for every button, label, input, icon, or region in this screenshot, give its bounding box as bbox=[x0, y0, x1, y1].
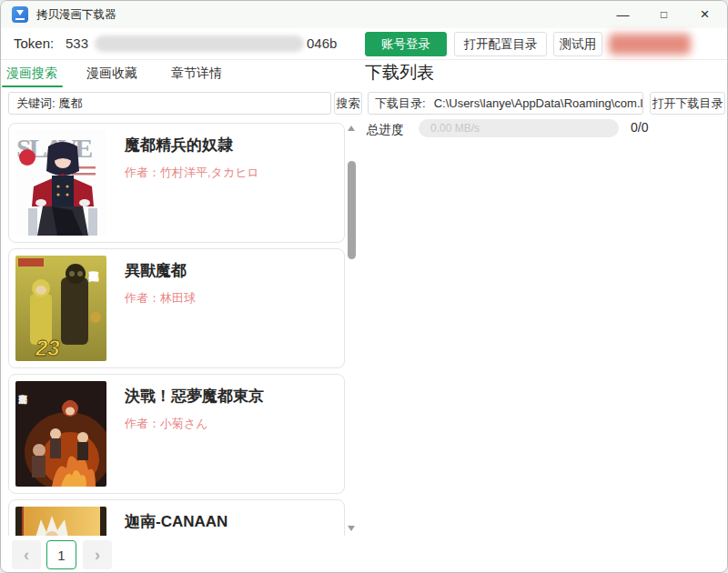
chevron-right-icon: › bbox=[95, 546, 100, 565]
active-tab-underline bbox=[2, 85, 63, 88]
app-icon bbox=[12, 6, 28, 23]
token-value-prefix: 533 bbox=[66, 35, 88, 51]
manga-cover-art: 異獸魔都 23 bbox=[15, 256, 106, 361]
pagination-next-button[interactable]: › bbox=[83, 540, 112, 569]
manga-card[interactable]: 異獸魔都 23 異獸魔都 作者：林田球 bbox=[8, 248, 345, 368]
open-download-dir-button[interactable]: 打开下载目录 bbox=[650, 92, 725, 115]
token-redacted-blur bbox=[95, 35, 304, 52]
maximize-button[interactable]: □ bbox=[643, 1, 684, 28]
pagination-current-page: 1 bbox=[57, 548, 65, 563]
pagination-page-1-button[interactable]: 1 bbox=[46, 540, 76, 569]
manga-card[interactable]: SLAVE bbox=[8, 123, 345, 243]
maximize-icon: □ bbox=[661, 8, 667, 21]
manga-cover-art bbox=[15, 507, 106, 536]
manga-title: 魔都精兵的奴隷 bbox=[125, 135, 259, 156]
download-dir-field[interactable]: 下载目录: C:\Users\lanye\AppData\Roaming\com… bbox=[368, 92, 643, 115]
manga-author: 作者：小菊さん bbox=[125, 416, 264, 432]
download-dir-value: C:\Users\lanye\AppData\Roaming\com.l bbox=[434, 96, 643, 110]
keyword-input[interactable] bbox=[8, 92, 331, 115]
manga-cover-art: SLAVE bbox=[15, 130, 106, 236]
scroll-up-icon[interactable] bbox=[348, 126, 355, 131]
manga-card[interactable]: 惡夢魔都東京 決戰！惡夢魔都東京 作者：小菊さん bbox=[8, 374, 345, 494]
download-dir-label: 下载目录: bbox=[375, 96, 426, 112]
download-count-text: 0/0 bbox=[631, 120, 648, 135]
scroll-down-icon[interactable] bbox=[348, 526, 355, 531]
manga-author: 作者：竹村洋平,タカヒロ bbox=[125, 165, 259, 181]
tab-chapter-detail-label: 章节详情 bbox=[171, 65, 222, 82]
pagination-prev-button[interactable]: ‹ bbox=[12, 540, 41, 569]
manga-title: 決戰！惡夢魔都東京 bbox=[125, 386, 264, 407]
total-progress-label: 总进度 bbox=[367, 122, 404, 138]
scrollbar-thumb[interactable] bbox=[348, 161, 356, 259]
svg-text:23: 23 bbox=[35, 336, 60, 360]
download-speed-text: 0.00 MB/s bbox=[430, 122, 480, 135]
close-button[interactable]: × bbox=[684, 1, 725, 28]
open-config-dir-button[interactable]: 打开配置目录 bbox=[454, 32, 547, 56]
manga-title: 異獸魔都 bbox=[125, 260, 196, 281]
total-progress-bar: 0.00 MB/s bbox=[419, 119, 619, 137]
token-label: Token: bbox=[14, 35, 54, 51]
manga-title: 迦南-CANAAN bbox=[125, 511, 228, 532]
token-bar: Token: 533 046b 账号登录 打开配置目录 测试用 bbox=[1, 28, 727, 60]
app-window: 拷贝漫画下载器 — □ × Token: 533 046b 账号登录 打开配置目… bbox=[0, 0, 728, 573]
download-list-title: 下载列表 bbox=[365, 61, 434, 85]
minimize-icon: — bbox=[617, 7, 630, 22]
account-login-button[interactable]: 账号登录 bbox=[365, 32, 447, 56]
window-title: 拷贝漫画下载器 bbox=[36, 7, 116, 23]
tab-manga-search-label: 漫画搜索 bbox=[6, 65, 57, 82]
token-value-suffix: 046b bbox=[307, 35, 337, 51]
search-button[interactable]: 搜索 bbox=[334, 92, 362, 115]
manga-cover-art: 惡夢魔都東京 bbox=[15, 381, 106, 487]
chevron-left-icon: ‹ bbox=[24, 546, 29, 565]
search-result-list: SLAVE bbox=[8, 123, 345, 536]
tab-manga-favorites-label: 漫画收藏 bbox=[86, 65, 137, 82]
manga-card[interactable]: 迦南-CANAAN bbox=[8, 499, 345, 536]
tab-manga-search[interactable]: 漫画搜索 bbox=[6, 59, 57, 87]
redacted-blur bbox=[609, 34, 691, 55]
tab-manga-favorites[interactable]: 漫画收藏 bbox=[86, 59, 137, 87]
close-icon: × bbox=[701, 5, 710, 24]
titlebar[interactable]: 拷贝漫画下载器 — □ × bbox=[1, 1, 727, 28]
manga-author: 作者：林田球 bbox=[125, 290, 196, 307]
minimize-button[interactable]: — bbox=[602, 1, 643, 28]
window-controls: — □ × bbox=[602, 1, 725, 28]
test-button[interactable]: 测试用 bbox=[553, 32, 602, 56]
tab-chapter-detail[interactable]: 章节详情 bbox=[171, 59, 222, 87]
